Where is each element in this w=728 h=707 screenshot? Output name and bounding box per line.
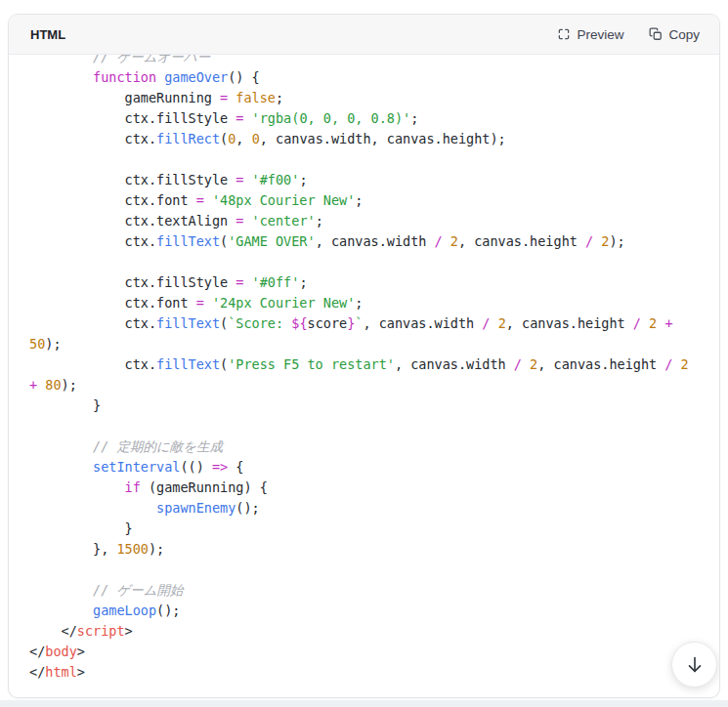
code-line: ctx.fillRect(0, 0, canvas.width, canvas.… <box>29 129 696 149</box>
copy-icon <box>649 27 663 41</box>
scroll-to-bottom-button[interactable] <box>671 642 717 687</box>
code-line: ctx.fillText(`Score: ${score}`, canvas.w… <box>29 313 696 334</box>
code-line: ctx.fillStyle = 'rgba(0, 0, 0, 0.8)'; <box>29 108 696 129</box>
code-line: ctx.fillStyle = '#f00'; <box>29 170 696 190</box>
code-line: </html> <box>29 662 696 683</box>
code-line: spawnEnemy(); <box>29 498 696 519</box>
code-line: ctx.fillText('Press F5 to restart', canv… <box>29 354 696 375</box>
code-line: gameLoop(); <box>29 601 696 621</box>
code-line <box>29 416 696 437</box>
code-line: </script> <box>29 621 696 642</box>
code-line: } <box>29 519 696 539</box>
code-scroll-area[interactable]: // ゲームオーバー function gameOver() { gameRun… <box>9 55 719 697</box>
code-line: // ゲームオーバー <box>29 55 696 67</box>
preview-button[interactable]: Preview <box>557 27 623 42</box>
preview-button-label: Preview <box>577 27 623 42</box>
code-line: ctx.textAlign = 'center'; <box>29 211 696 231</box>
preview-expand-icon <box>557 27 571 41</box>
copy-button[interactable]: Copy <box>649 27 700 42</box>
arrow-down-icon <box>684 654 706 676</box>
code-line: + 80); <box>29 375 696 395</box>
code-line: 50); <box>29 334 696 354</box>
code-block-card: HTML Preview <box>8 14 720 698</box>
code-line: setInterval(() => { <box>29 457 696 478</box>
code-line: ctx.font = '24px Courier New'; <box>29 293 696 313</box>
code-line <box>29 252 696 272</box>
code-line <box>29 149 696 170</box>
code-line: }, 1500); <box>29 539 696 560</box>
code-line: } <box>29 395 696 416</box>
code-line: if (gameRunning) { <box>29 478 696 498</box>
language-label: HTML <box>30 27 65 42</box>
code-line: </body> <box>29 642 696 662</box>
code-content: // ゲームオーバー function gameOver() { gameRun… <box>29 55 696 683</box>
header-actions: Preview Copy <box>557 27 700 42</box>
copy-button-label: Copy <box>668 27 700 42</box>
page-bottom-strip <box>0 700 728 707</box>
code-line: gameRunning = false; <box>29 88 696 108</box>
code-line: ctx.font = '48px Courier New'; <box>29 190 696 211</box>
code-line: // ゲーム開始 <box>29 580 696 601</box>
code-line: function gameOver() { <box>29 67 696 88</box>
code-line: ctx.fillStyle = '#0ff'; <box>29 272 696 293</box>
code-block-header: HTML Preview <box>9 15 719 55</box>
code-line <box>29 560 696 580</box>
code-line: ctx.fillText('GAME OVER', canvas.width /… <box>29 231 696 252</box>
code-line: // 定期的に敵を生成 <box>29 437 696 457</box>
